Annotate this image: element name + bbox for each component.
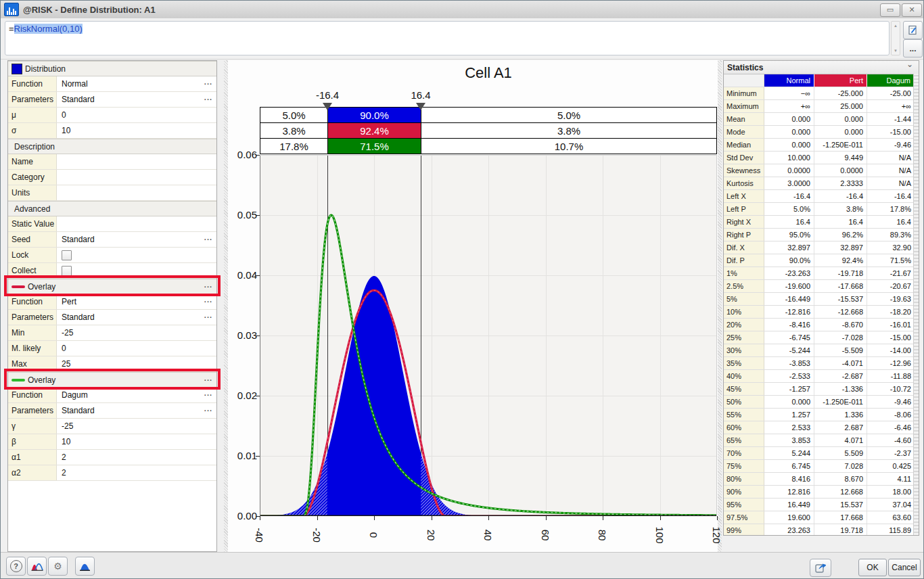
window-title: @RISK - Define Distribution: A1 — [23, 5, 156, 15]
property-value[interactable]: Standard — [57, 92, 216, 107]
property-value[interactable]: 2 — [57, 465, 216, 480]
stat-value: N/A — [867, 164, 915, 177]
property-value[interactable]: Pert — [57, 294, 216, 309]
property-row-units[interactable]: Units — [8, 185, 216, 201]
ellipsis-button[interactable]: ... — [204, 296, 212, 304]
property-value[interactable]: 10 — [57, 123, 216, 138]
ok-button[interactable]: OK — [858, 559, 887, 576]
property-row--[interactable]: β10 — [8, 434, 216, 450]
spinner-down-icon[interactable]: ▼ — [894, 49, 898, 53]
cancel-button[interactable]: Cancel — [888, 559, 921, 576]
section-label: Overlay — [28, 282, 55, 292]
property-section-overlay[interactable]: Overlay... — [8, 372, 216, 388]
statistics-header[interactable]: Statistics ⌄ — [724, 61, 919, 74]
property-row-static-value[interactable]: Static Value — [8, 216, 216, 232]
property-row--[interactable]: μ0 — [8, 108, 216, 123]
stat-label: Maximum — [724, 100, 764, 112]
property-value[interactable]: Standard — [57, 403, 216, 418]
statistics-scrollbar[interactable] — [913, 74, 919, 536]
close-button[interactable]: ✕ — [902, 3, 922, 17]
stat-value: -1.250E-011 — [814, 139, 867, 151]
title-bar[interactable]: @RISK - Define Distribution: A1 ▭ ✕ — [1, 1, 923, 19]
stat-row-dif.-p: Dif. P90.0%92.4%71.5% — [724, 254, 919, 267]
stat-value: 16.4 — [764, 216, 814, 228]
formula-input[interactable]: =RiskNormal(0,10) — [5, 21, 890, 55]
property-row-max[interactable]: Max25 — [8, 356, 216, 372]
ellipsis-button[interactable]: ... — [204, 404, 212, 413]
property-section-overlay[interactable]: Overlay... — [8, 279, 216, 294]
property-value[interactable] — [57, 216, 216, 231]
right-splitter[interactable] — [718, 60, 722, 552]
ellipsis-button[interactable]: ... — [204, 93, 212, 101]
property-value[interactable] — [57, 248, 216, 262]
stat-label: 97.5% — [724, 511, 764, 524]
ellipsis-button[interactable]: ... — [204, 374, 212, 382]
more-options-button[interactable]: ... — [903, 39, 923, 57]
chevron-down-icon[interactable]: ⌄ — [906, 60, 913, 69]
property-row-parameters[interactable]: ParametersStandard... — [8, 92, 216, 108]
property-value[interactable]: Standard — [57, 310, 216, 325]
property-value[interactable]: 0 — [57, 341, 216, 356]
property-value[interactable] — [57, 154, 216, 169]
property-value[interactable]: -25 — [57, 325, 216, 340]
distribution-chart[interactable] — [260, 155, 717, 516]
ellipsis-button[interactable]: ... — [204, 389, 212, 397]
export-button[interactable] — [810, 559, 831, 577]
property-row-parameters[interactable]: ParametersStandard... — [8, 310, 216, 325]
property-label: Lock — [8, 248, 57, 262]
property-row-lock[interactable]: Lock — [8, 248, 216, 263]
property-value[interactable]: Normal — [57, 76, 216, 91]
property-value[interactable]: 25 — [57, 356, 216, 371]
property-row-m-likely[interactable]: M. likely0 — [8, 341, 216, 356]
property-label: Function — [8, 76, 57, 91]
property-value[interactable] — [57, 263, 216, 278]
stat-value: -1.250E-011 — [814, 396, 867, 408]
property-row--1[interactable]: α12 — [8, 450, 216, 465]
property-value[interactable]: 2 — [57, 450, 216, 465]
property-row-category[interactable]: Category — [8, 170, 216, 185]
distribution-view-button[interactable] — [75, 557, 95, 576]
stat-value: 89.3% — [867, 229, 915, 241]
property-row--2[interactable]: α22 — [8, 465, 216, 481]
property-value[interactable]: -25 — [57, 419, 216, 434]
add-overlay-button[interactable] — [27, 557, 47, 576]
property-row-function[interactable]: FunctionPert... — [8, 294, 216, 310]
stat-row-35%: 35%-3.853-4.071-12.96 — [724, 357, 919, 370]
property-row-parameters[interactable]: ParametersStandard... — [8, 403, 216, 419]
collect-checkbox[interactable] — [62, 266, 72, 276]
property-row-collect[interactable]: Collect — [8, 263, 216, 279]
stat-label: Skewness — [724, 164, 764, 177]
ellipsis-button[interactable]: ... — [204, 233, 212, 241]
stat-value: 0.000 — [764, 126, 814, 138]
property-row-name[interactable]: Name — [8, 154, 216, 170]
property-value[interactable] — [57, 185, 216, 200]
formula-spinner[interactable]: ▲ ▼ — [891, 21, 900, 55]
property-value[interactable]: 10 — [57, 434, 216, 449]
property-value[interactable] — [57, 170, 216, 185]
stat-value: 10.000 — [764, 152, 814, 164]
delimiter-marker[interactable] — [323, 103, 332, 110]
edit-formula-button[interactable] — [903, 21, 923, 39]
property-value[interactable]: Dagum — [57, 388, 216, 402]
maximize-button[interactable]: ▭ — [880, 3, 900, 17]
settings-button[interactable]: ⚙ — [48, 557, 68, 576]
property-row-min[interactable]: Min-25 — [8, 325, 216, 341]
property-value[interactable]: Standard — [57, 232, 216, 247]
distribution-swatch-icon — [11, 64, 22, 74]
property-row-function[interactable]: FunctionNormal... — [8, 76, 216, 92]
ellipsis-button[interactable]: ... — [204, 78, 212, 86]
stat-label: 75% — [724, 460, 764, 472]
property-label: Static Value — [8, 216, 57, 231]
property-label: α1 — [8, 450, 57, 465]
ellipsis-button[interactable]: ... — [204, 281, 212, 289]
spinner-up-icon[interactable]: ▲ — [894, 24, 898, 28]
property-value[interactable]: 0 — [57, 108, 216, 122]
ellipsis-button[interactable]: ... — [204, 311, 212, 319]
help-button[interactable]: ? — [6, 557, 26, 576]
property-row--[interactable]: γ-25 — [8, 419, 216, 434]
property-row-function[interactable]: FunctionDagum... — [8, 388, 216, 403]
delimiter-marker[interactable] — [416, 103, 425, 110]
lock-checkbox[interactable] — [62, 250, 72, 260]
property-row-seed[interactable]: SeedStandard... — [8, 232, 216, 248]
property-row--[interactable]: σ10 — [8, 123, 216, 139]
